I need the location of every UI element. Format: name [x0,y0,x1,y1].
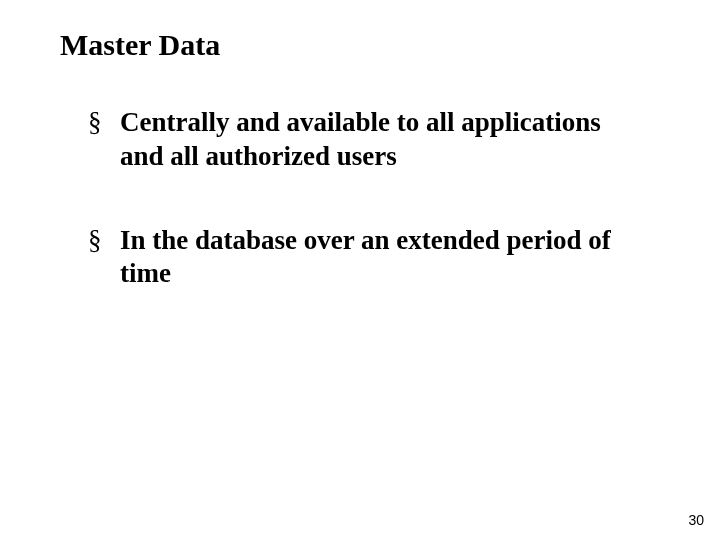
slide-title: Master Data [60,28,660,62]
slide: Master Data Centrally and available to a… [0,0,720,540]
bullet-list: Centrally and available to all applicati… [60,106,660,291]
bullet-item: Centrally and available to all applicati… [88,106,660,174]
bullet-item: In the database over an extended period … [88,224,660,292]
page-number: 30 [688,512,704,528]
